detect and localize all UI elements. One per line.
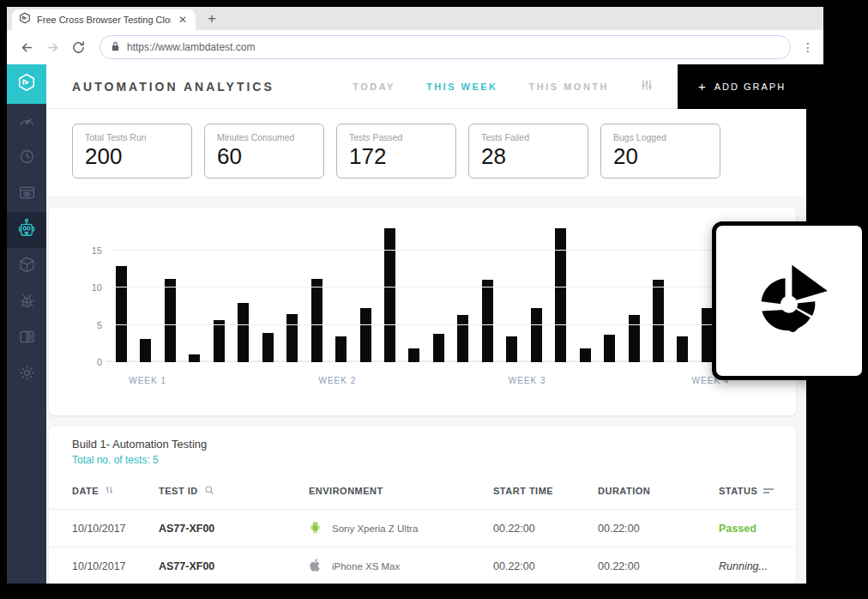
- col-date[interactable]: DATE: [72, 485, 159, 497]
- search-icon[interactable]: [204, 485, 214, 497]
- plus-icon: +: [698, 79, 708, 94]
- stats-row: Total Tests Run 200 Minutes Consumed 60 …: [46, 109, 806, 196]
- cell-date: 10/10/2017: [72, 560, 159, 572]
- cell-duration: 00.22:00: [598, 560, 719, 572]
- col-status[interactable]: STATUS: [719, 486, 796, 496]
- bar: [629, 315, 640, 362]
- split-view-icon: [18, 328, 36, 349]
- tab-close-icon[interactable]: ✕: [177, 14, 189, 26]
- filter-icon[interactable]: [763, 487, 774, 496]
- sliders-icon[interactable]: [640, 78, 654, 95]
- main-content: AUTOMATION ANALYTICS TODAY THIS WEEK THI…: [46, 64, 806, 584]
- stat-label: Total Tests Run: [85, 132, 179, 142]
- cell-environment: Sony Xperia Z Ultra: [309, 520, 493, 536]
- sidebar: [7, 64, 46, 584]
- sidebar-item-lt-browser[interactable]: [7, 320, 46, 356]
- stat-label: Minutes Consumed: [217, 132, 311, 142]
- browser-tab[interactable]: Free Cross Browser Testing Clou ✕: [12, 9, 196, 30]
- bar: [335, 336, 347, 362]
- stat-card-failed: Tests Failed 28: [468, 124, 588, 178]
- sidebar-logo[interactable]: [7, 64, 46, 104]
- tests-bar-chart: 051015 WEEK 1WEEK 2WEEK 3WEEK 4: [49, 208, 796, 415]
- app-header: AUTOMATION ANALYTICS TODAY THIS WEEK THI…: [46, 64, 806, 109]
- back-icon[interactable]: [15, 36, 38, 58]
- url-bar[interactable]: https://www.lambdatest.com: [99, 35, 791, 59]
- col-label: STATUS: [719, 486, 757, 496]
- cell-start-time: 00.22:00: [493, 560, 598, 572]
- stat-label: Tests Failed: [481, 132, 576, 142]
- stat-value: 200: [85, 143, 179, 170]
- frame-bottom: [0, 584, 868, 599]
- apple-icon: [309, 558, 322, 574]
- bar: [653, 280, 664, 362]
- sidebar-item-settings[interactable]: [7, 356, 46, 392]
- cell-duration: 00.22:00: [598, 523, 719, 535]
- stat-value: 28: [481, 143, 576, 170]
- table-header-row: DATE TEST ID: [49, 473, 796, 509]
- lambdatest-favicon-icon: [19, 12, 31, 27]
- sort-icon[interactable]: [105, 485, 114, 497]
- bar: [604, 335, 615, 362]
- col-label: DURATION: [598, 486, 650, 496]
- build-title: Build 1- Automation Testing: [49, 438, 796, 451]
- col-environment[interactable]: ENVIRONMENT: [309, 486, 493, 496]
- settings-gear-icon: [18, 364, 36, 385]
- col-label: TEST ID: [159, 486, 198, 496]
- sidebar-item-visual-testing[interactable]: [7, 176, 46, 212]
- add-graph-button[interactable]: + ADD GRAPH: [678, 64, 806, 109]
- device-name: iPhone XS Max: [332, 561, 400, 572]
- bar: [457, 315, 468, 362]
- add-graph-label: ADD GRAPH: [714, 82, 786, 92]
- col-start-time[interactable]: START TIME: [493, 486, 598, 496]
- tab-title: Free Cross Browser Testing Clou: [37, 15, 171, 25]
- gridline: [111, 287, 762, 287]
- nav-today[interactable]: TODAY: [353, 82, 395, 92]
- sidebar-item-history[interactable]: [7, 140, 46, 176]
- stat-card-bugs: Bugs Logged 20: [600, 124, 720, 178]
- refresh-icon[interactable]: [67, 36, 89, 58]
- bar: [360, 308, 371, 362]
- url-text: https://www.lambdatest.com: [127, 41, 255, 53]
- week-label: WEEK 3: [509, 376, 546, 385]
- pie-widget-card[interactable]: [712, 221, 866, 380]
- device-name: Sony Xperia Z Ultra: [332, 523, 418, 534]
- sidebar-item-automation[interactable]: [7, 212, 46, 248]
- forward-icon[interactable]: [41, 36, 63, 58]
- browser-menu-icon[interactable]: ⋮: [801, 45, 815, 50]
- gridline: [111, 250, 762, 251]
- stat-card-minutes: Minutes Consumed 60: [204, 124, 324, 178]
- bar: [408, 348, 419, 362]
- nav-this-month[interactable]: THIS MONTH: [529, 82, 609, 92]
- week-label: WEEK 1: [129, 376, 166, 385]
- nav-this-week[interactable]: THIS WEEK: [426, 82, 498, 92]
- table-row[interactable]: 10/10/2017 AS77-XF00 iPhone XS Max 00.22…: [49, 547, 796, 584]
- chart-plot: 051015: [111, 232, 762, 362]
- period-nav: TODAY THIS WEEK THIS MONTH: [353, 78, 654, 95]
- stat-card-passed: Tests Passed 172: [336, 124, 456, 178]
- table-row[interactable]: 10/10/2017 AS77-XF00 Sony Xperia Z Ultra…: [49, 509, 796, 547]
- sidebar-item-realtime[interactable]: [7, 104, 46, 140]
- bar: [286, 314, 298, 362]
- app-root: AUTOMATION ANALYTICS TODAY THIS WEEK THI…: [7, 64, 806, 584]
- results-table-card: Build 1- Automation Testing Total no. of…: [49, 427, 796, 584]
- y-axis-tick: 10: [80, 282, 102, 293]
- bar: [677, 336, 688, 362]
- col-label: START TIME: [493, 486, 553, 496]
- sidebar-item-packages[interactable]: [7, 248, 46, 284]
- stat-value: 172: [349, 143, 443, 170]
- col-test-id[interactable]: TEST ID: [159, 485, 309, 497]
- cell-test-id: AS77-XF00: [159, 523, 309, 535]
- new-tab-button[interactable]: +: [208, 10, 216, 30]
- bar: [140, 339, 151, 363]
- bar: [189, 354, 200, 362]
- device-frame: Free Cross Browser Testing Clou ✕ + http…: [0, 0, 868, 599]
- android-icon: [309, 520, 322, 536]
- col-duration[interactable]: DURATION: [598, 486, 719, 496]
- stat-label: Tests Passed: [349, 132, 443, 142]
- bar: [116, 266, 127, 362]
- y-axis-tick: 5: [80, 320, 102, 330]
- col-label: DATE: [72, 486, 99, 496]
- browser-toolbar: https://www.lambdatest.com ⋮: [7, 30, 823, 64]
- status-badge: Running...: [719, 560, 796, 572]
- sidebar-item-bug-tracker[interactable]: [7, 284, 46, 320]
